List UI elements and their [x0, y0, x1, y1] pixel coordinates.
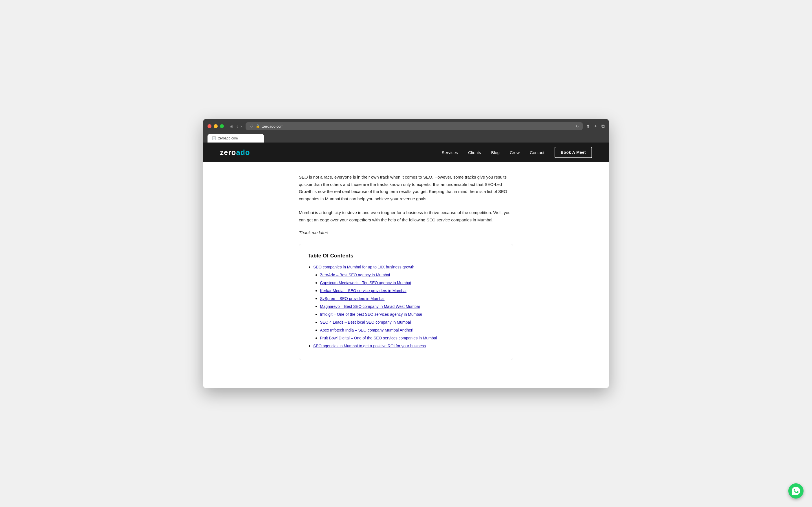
whatsapp-icon	[792, 487, 800, 495]
book-meet-button[interactable]: Book A Meet	[555, 147, 592, 158]
toc-container: Table Of Contents SEO companies in Mumba…	[299, 244, 513, 360]
browser-chrome: ⊞ ‹ › 🛡 🔒 zeroado.com ↻ ⬆ + ⧉ 📄	[203, 119, 609, 143]
tabs-bar: 📄 zeroado.com	[207, 133, 605, 143]
toc-link-main-1[interactable]: SEO companies in Mumbai for up to 10X bu…	[313, 265, 414, 269]
intro-paragraph-1: SEO is not a race, everyone is in their …	[299, 173, 513, 202]
toc-sublink-6[interactable]: Infidigit – One of the best SEO services…	[320, 312, 422, 317]
toc-sublist-1: ZeroAdo – Best SEO agency in Mumbai Caps…	[313, 272, 503, 341]
nav-links: Services Clients Blog Crew Contact Book …	[442, 147, 592, 158]
browser-action-icons: ⬆ + ⧉	[586, 124, 605, 129]
nav-link-clients[interactable]: Clients	[468, 150, 481, 155]
nav-buttons: ‹ ›	[237, 124, 242, 129]
toc-sublink-7[interactable]: SEO 4 Leads – Best local SEO company in …	[320, 320, 411, 325]
toc-subitem-7: SEO 4 Leads – Best local SEO company in …	[320, 320, 503, 325]
shield-icon: 🛡	[250, 124, 253, 128]
address-bar[interactable]: 🛡 🔒 zeroado.com ↻	[246, 122, 583, 130]
sidebar-toggle[interactable]: ⊞	[230, 124, 233, 129]
toc-title: Table Of Contents	[308, 252, 503, 259]
share-icon[interactable]: ⬆	[586, 124, 590, 129]
toc-sublink-9[interactable]: Fruit Bowl Digital – One of the SEO serv…	[320, 336, 437, 340]
browser-window: ⊞ ‹ › 🛡 🔒 zeroado.com ↻ ⬆ + ⧉ 📄	[203, 119, 609, 388]
page-content: zeroado Services Clients Blog Crew Conta…	[203, 143, 609, 388]
logo-zero: zero	[220, 148, 236, 157]
toc-sublink-5[interactable]: Magnarevo – Best SEO company in Malad We…	[320, 304, 420, 309]
toc-sublink-3[interactable]: Kerkar Media – SEO service providers in …	[320, 288, 407, 293]
toc-item-main-1: SEO companies in Mumbai for up to 10X bu…	[313, 265, 503, 341]
italic-text: Thank me later!	[299, 230, 513, 235]
tab-favicon: 📄	[212, 136, 216, 140]
nav-link-services[interactable]: Services	[442, 150, 458, 155]
main-content: SEO is not a race, everyone is in their …	[293, 162, 519, 388]
url-text: zeroado.com	[262, 124, 283, 128]
active-tab[interactable]: 📄 zeroado.com	[207, 134, 264, 143]
minimize-button[interactable]	[214, 124, 218, 128]
reload-icon[interactable]: ↻	[576, 124, 579, 128]
toc-sublink-4[interactable]: SySpree – SEO providers in Mumbai	[320, 296, 385, 301]
toc-sublink-2[interactable]: Capsicum Mediawork – Top SEO agency in M…	[320, 281, 411, 285]
toc-subitem-2: Capsicum Mediawork – Top SEO agency in M…	[320, 280, 503, 285]
toc-link-main-2[interactable]: SEO agencies in Mumbai to get a positive…	[313, 344, 426, 348]
fullscreen-button[interactable]	[220, 124, 224, 128]
close-button[interactable]	[207, 124, 211, 128]
toc-item-main-2: SEO agencies in Mumbai to get a positive…	[313, 343, 503, 348]
toc-subitem-8: Apex Infotech India – SEO company Mumbai…	[320, 328, 503, 333]
back-button[interactable]: ‹	[237, 124, 238, 129]
nav-link-crew[interactable]: Crew	[510, 150, 520, 155]
toc-subitem-4: SySpree – SEO providers in Mumbai	[320, 296, 503, 301]
nav-link-contact[interactable]: Contact	[530, 150, 545, 155]
nav-link-blog[interactable]: Blog	[491, 150, 500, 155]
toc-sublink-8[interactable]: Apex Infotech India – SEO company Mumbai…	[320, 328, 413, 332]
traffic-lights	[207, 124, 224, 128]
toc-subitem-6: Infidigit – One of the best SEO services…	[320, 312, 503, 317]
toc-sublink-1[interactable]: ZeroAdo – Best SEO agency in Mumbai	[320, 273, 390, 277]
logo: zeroado	[220, 148, 250, 157]
toc-subitem-9: Fruit Bowl Digital – One of the SEO serv…	[320, 335, 503, 341]
lock-icon: 🔒	[256, 124, 260, 128]
tab-overview-icon[interactable]: ⧉	[601, 124, 605, 129]
toc-list: SEO companies in Mumbai for up to 10X bu…	[308, 265, 503, 348]
intro-paragraph-2: Mumbai is a tough city to strive in and …	[299, 209, 513, 223]
toc-subitem-5: Magnarevo – Best SEO company in Malad We…	[320, 304, 503, 309]
tab-title: zeroado.com	[218, 136, 238, 140]
whatsapp-fab[interactable]	[788, 483, 804, 499]
toc-subitem-1: ZeroAdo – Best SEO agency in Mumbai	[320, 272, 503, 277]
address-bar-row: 🛡 🔒 zeroado.com ↻	[246, 122, 583, 130]
forward-button[interactable]: ›	[241, 124, 242, 129]
browser-titlebar: ⊞ ‹ › 🛡 🔒 zeroado.com ↻ ⬆ + ⧉	[207, 122, 605, 130]
navbar: zeroado Services Clients Blog Crew Conta…	[203, 143, 609, 162]
toc-subitem-3: Kerkar Media – SEO service providers in …	[320, 288, 503, 293]
logo-ado: ado	[236, 148, 250, 157]
new-tab-icon[interactable]: +	[594, 124, 597, 129]
